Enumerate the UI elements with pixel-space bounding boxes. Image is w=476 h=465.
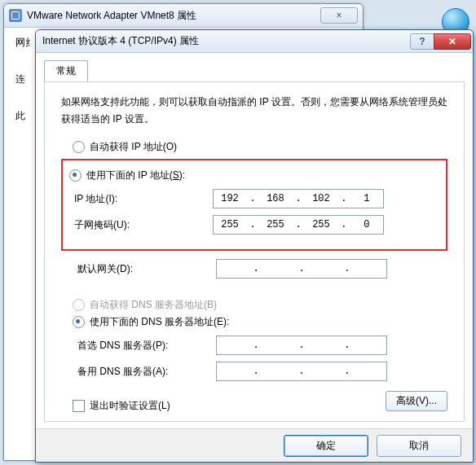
tab-general[interactable]: 常规 [44, 60, 88, 82]
field-ip: IP 地址(I): 192. 168. 102. 1 [74, 189, 439, 208]
tabstrip: 常规 [36, 53, 473, 81]
help-button[interactable]: ? [410, 33, 434, 50]
back-window-title: VMware Network Adapter VMnet8 属性 [27, 9, 320, 23]
cancel-button[interactable]: 取消 [377, 435, 461, 457]
ip-input[interactable]: 192. 168. 102. 1 [213, 189, 384, 208]
radio-auto-dns-row: 自动获得 DNS 服务器地址(B) [73, 298, 447, 312]
advanced-button[interactable]: 高级(V)... [386, 391, 447, 411]
validate-on-exit-label: 退出时验证设置(L) [90, 399, 170, 413]
radio-manual-dns-row[interactable]: 使用下面的 DNS 服务器地址(E): [73, 315, 447, 329]
radio-auto-ip-label: 自动获得 IP 地址(O) [90, 140, 177, 154]
ip-label: IP 地址(I): [74, 192, 213, 206]
dialog-button-bar: 确定 取消 [36, 428, 473, 462]
radio-auto-ip-row[interactable]: 自动获得 IP 地址(O) [73, 140, 447, 154]
close-button[interactable]: ✕ [434, 33, 471, 50]
radio-manual-ip-label: 使用下面的 IP 地址(S): [86, 169, 185, 182]
mask-label: 子网掩码(U): [74, 218, 213, 232]
radio-manual-dns[interactable] [73, 316, 85, 328]
intro-text: 如果网络支持此功能，则可以获取自动指派的 IP 设置。否则，您需要从网络系统管理… [61, 94, 447, 127]
ipv4-properties-window: Internet 协议版本 4 (TCP/IPv4) 属性 ? ✕ 常规 如果网… [35, 29, 474, 463]
dns2-label: 备用 DNS 服务器(A): [77, 365, 216, 379]
ok-button[interactable]: 确定 [284, 435, 368, 457]
field-dns1: 首选 DNS 服务器(P): . . . [77, 336, 447, 355]
gateway-label: 默认网关(D): [77, 262, 216, 276]
back-close-button[interactable]: × [320, 7, 358, 24]
radio-manual-dns-label: 使用下面的 DNS 服务器地址(E): [90, 315, 229, 329]
titlebar[interactable]: Internet 协议版本 4 (TCP/IPv4) 属性 ? ✕ [36, 30, 473, 53]
radio-auto-dns-label: 自动获得 DNS 服务器地址(B) [90, 298, 217, 312]
validate-on-exit-checkbox[interactable] [73, 400, 85, 412]
highlight-box: 使用下面的 IP 地址(S): IP 地址(I): 192. 168. 102.… [61, 159, 447, 251]
field-mask: 子网掩码(U): 255. 255. 255. 0 [74, 215, 439, 235]
field-dns2: 备用 DNS 服务器(A): . . . [77, 362, 447, 381]
window-title: Internet 协议版本 4 (TCP/IPv4) 属性 [42, 34, 410, 48]
radio-manual-ip-row[interactable]: 使用下面的 IP 地址(S): [69, 169, 439, 182]
radio-auto-ip[interactable] [73, 141, 85, 153]
tab-panel-general: 如果网络支持此功能，则可以获取自动指派的 IP 设置。否则，您需要从网络系统管理… [44, 81, 465, 422]
field-gateway: 默认网关(D): . . . [77, 259, 447, 279]
dns2-input[interactable]: . . . [216, 362, 387, 381]
dns1-input[interactable]: . . . [216, 336, 387, 355]
radio-auto-dns [73, 299, 85, 311]
adapter-icon [9, 9, 22, 22]
dns1-label: 首选 DNS 服务器(P): [77, 339, 216, 353]
mask-input[interactable]: 255. 255. 255. 0 [213, 215, 384, 235]
gateway-input[interactable]: . . . [216, 259, 387, 279]
radio-manual-ip[interactable] [69, 169, 82, 182]
back-titlebar[interactable]: VMware Network Adapter VMnet8 属性 × [4, 4, 363, 28]
